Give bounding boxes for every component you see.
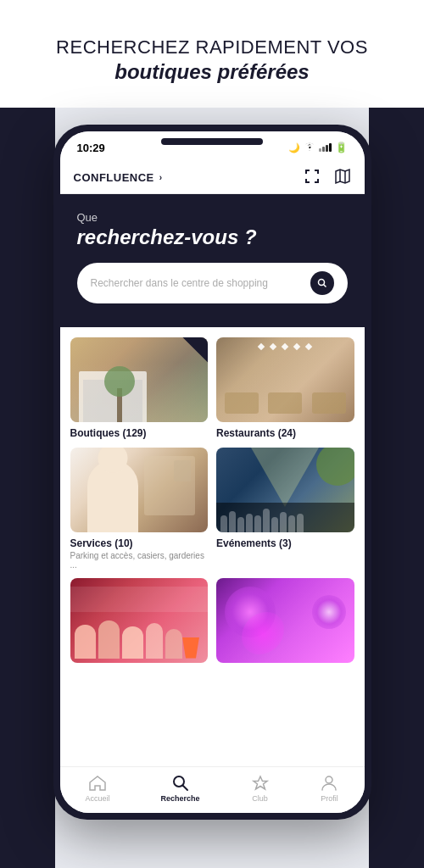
headline-line1: RECHERCHEZ RAPIDEMENT VOS bbox=[34, 36, 390, 60]
cinema-image bbox=[70, 578, 209, 663]
person-body bbox=[87, 460, 138, 532]
nav-recherche-label: Recherche bbox=[160, 794, 199, 803]
search-header: Que recherchez-vous ? Rechercher dans le… bbox=[60, 194, 365, 327]
category-restaurants[interactable]: Restaurants (24) bbox=[216, 337, 354, 439]
svg-rect-3 bbox=[317, 170, 319, 174]
side-panel-right bbox=[369, 108, 424, 868]
services-label: Services (10) bbox=[70, 537, 209, 549]
nav-profil-label: Profil bbox=[321, 794, 338, 803]
scan-icon[interactable] bbox=[304, 168, 321, 188]
battery-icon: 🔋 bbox=[335, 142, 348, 153]
search-title: recherchez-vous ? bbox=[77, 225, 348, 249]
svg-rect-5 bbox=[305, 179, 307, 183]
boutiques-label: Boutiques (129) bbox=[70, 427, 209, 439]
search-label: Que bbox=[77, 211, 348, 224]
nav-title-group[interactable]: CONFLUENCE › bbox=[74, 171, 163, 184]
svg-point-10 bbox=[318, 279, 324, 285]
nav-item-profil[interactable]: Profil bbox=[320, 774, 338, 803]
nav-title-text: CONFLUENCE bbox=[74, 171, 154, 184]
search-box[interactable]: Rechercher dans le centre de shopping bbox=[77, 263, 348, 303]
category-boutiques[interactable]: Boutiques (129) bbox=[70, 337, 209, 439]
svg-rect-1 bbox=[305, 170, 307, 174]
category-evenements[interactable]: Evénements (3) bbox=[216, 448, 354, 570]
nuit-image bbox=[216, 578, 354, 663]
status-icons: 🌙 bbox=[288, 142, 348, 153]
svg-line-13 bbox=[182, 785, 187, 790]
map-icon[interactable] bbox=[334, 168, 351, 188]
nav-chevron-icon: › bbox=[159, 173, 163, 182]
boutiques-image bbox=[70, 337, 209, 422]
nav-item-recherche[interactable]: Recherche bbox=[160, 774, 199, 803]
category-services[interactable]: Services (10) Parking et accès, casiers,… bbox=[70, 448, 209, 570]
nav-accueil-label: Accueil bbox=[85, 794, 109, 803]
search-input-placeholder: Rechercher dans le centre de shopping bbox=[91, 277, 268, 289]
nav-club-label: Club bbox=[252, 794, 268, 803]
moon-icon: 🌙 bbox=[288, 142, 300, 153]
signal-icon bbox=[319, 143, 332, 152]
phone-screen: 10:29 🌙 bbox=[60, 131, 365, 813]
wifi-icon bbox=[304, 142, 315, 153]
phone-frame: 10:29 🌙 bbox=[53, 125, 371, 820]
headline-line2: boutiques préférées bbox=[34, 60, 390, 84]
evenements-image bbox=[216, 448, 354, 532]
page-background: 10:29 🌙 bbox=[0, 108, 424, 868]
evenements-label: Evénements (3) bbox=[216, 537, 354, 549]
phone-mockup: 10:29 🌙 bbox=[53, 125, 371, 820]
search-submit-icon[interactable] bbox=[310, 271, 334, 295]
nav-actions bbox=[304, 168, 351, 188]
side-panel-left bbox=[0, 108, 55, 868]
svg-rect-7 bbox=[317, 179, 319, 183]
person-head bbox=[98, 448, 127, 473]
category-cinema[interactable] bbox=[70, 578, 209, 668]
category-grid: Boutiques (129) bbox=[70, 337, 354, 668]
restaurants-label: Restaurants (24) bbox=[216, 427, 354, 439]
nav-item-accueil[interactable]: Accueil bbox=[85, 774, 109, 803]
promo-section: RECHERCHEZ RAPIDEMENT VOS boutiques préf… bbox=[0, 0, 424, 108]
category-grid-container: Boutiques (129) bbox=[60, 327, 365, 766]
nav-item-club[interactable]: Club bbox=[251, 774, 270, 803]
svg-point-14 bbox=[326, 776, 332, 783]
app-nav-bar: CONFLUENCE › bbox=[60, 161, 365, 194]
category-nuit[interactable] bbox=[216, 578, 354, 668]
status-time: 10:29 bbox=[77, 142, 105, 154]
phone-notch bbox=[161, 138, 263, 145]
status-bar: 10:29 🌙 bbox=[60, 131, 365, 161]
services-sublabel: Parking et accès, casiers, garderies ... bbox=[70, 551, 209, 570]
services-image bbox=[70, 448, 209, 532]
restaurants-image bbox=[216, 337, 354, 422]
bottom-nav: Accueil Recherche Club bbox=[60, 766, 365, 813]
svg-line-11 bbox=[323, 284, 326, 287]
